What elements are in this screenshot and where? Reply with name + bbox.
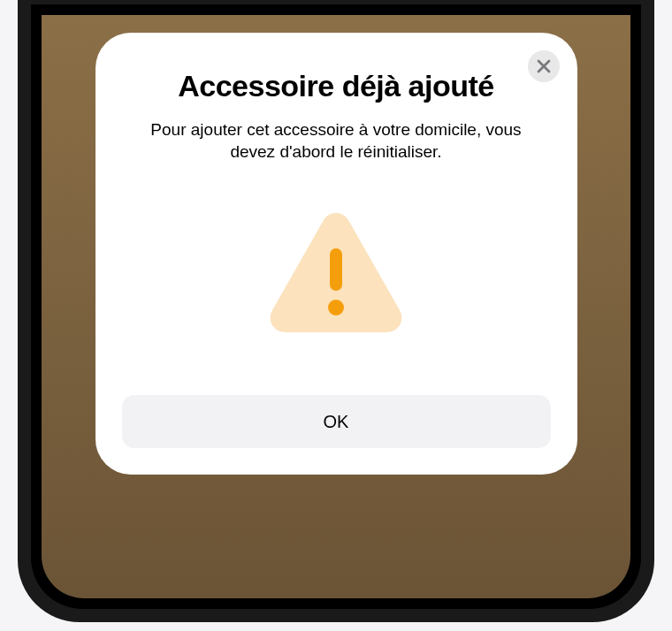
modal-body: Pour ajouter cet accessoire à votre domi… [133, 118, 539, 163]
phone-frame: Accessoire déjà ajouté Pour ajouter cet … [18, 0, 654, 622]
alert-modal: Accessoire déjà ajouté Pour ajouter cet … [95, 33, 577, 475]
phone-inner: Accessoire déjà ajouté Pour ajouter cet … [31, 4, 641, 609]
ok-button[interactable]: OK [122, 395, 551, 448]
screen: Accessoire déjà ajouté Pour ajouter cet … [42, 15, 630, 598]
close-icon [537, 59, 551, 73]
modal-title: Accessoire déjà ajouté [178, 68, 494, 104]
warning-icon [265, 206, 407, 342]
close-button[interactable] [528, 50, 560, 82]
svg-point-1 [328, 300, 344, 316]
svg-rect-0 [330, 248, 342, 291]
